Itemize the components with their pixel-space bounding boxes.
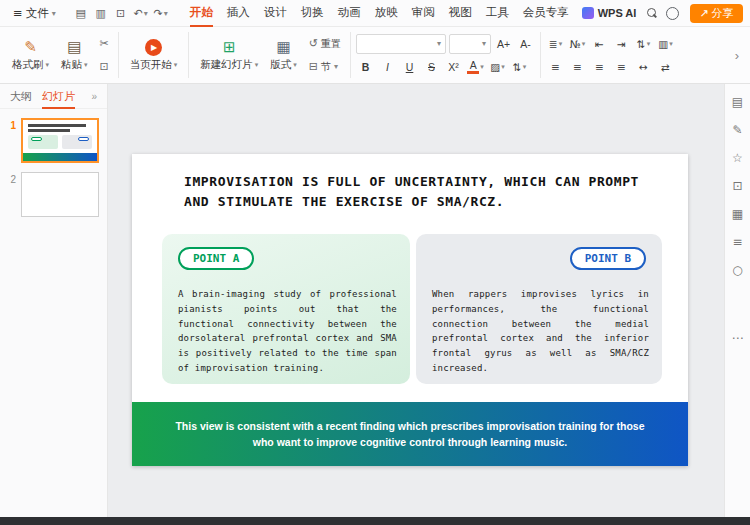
print-icon: ▥ [95, 7, 105, 20]
chevron-down-icon: ▾ [559, 40, 563, 48]
conclusion-banner-text: This view is consistent with a recent fi… [170, 418, 650, 450]
section-icon: ⊟ [309, 60, 318, 73]
section-button[interactable]: ⊟ 节 ▾ [305, 57, 345, 77]
align-justify-button[interactable]: ≡ [612, 57, 631, 76]
tab-insert[interactable]: 插入 [220, 0, 257, 27]
chevron-right-icon: › [735, 48, 739, 63]
toolbar-expand-button[interactable]: › [730, 34, 744, 76]
font-name-select[interactable]: ▾ [356, 34, 446, 54]
layout-button[interactable]: ▦ 版式▾ [264, 36, 303, 74]
italic-label: I [386, 61, 389, 73]
share-button[interactable]: ↗ 分享 [690, 4, 742, 23]
tab-outline[interactable]: 大纲 [10, 84, 32, 109]
redo-button[interactable]: ↷ ▾ [151, 4, 171, 23]
superscript-button[interactable]: X² [444, 58, 463, 77]
point-b-badge[interactable]: POINT B [570, 247, 646, 270]
print-button[interactable]: ▥ [91, 4, 111, 23]
tab-design[interactable]: 设计 [257, 0, 294, 27]
comments-pane-button[interactable]: ≡ [730, 234, 746, 250]
tab-slideshow[interactable]: 放映 [368, 0, 405, 27]
point-a-box[interactable]: POINT A A brain-imaging study of profess… [162, 234, 410, 384]
align-left-button[interactable]: ≡ [546, 57, 565, 76]
tab-animation[interactable]: 动画 [331, 0, 368, 27]
decrease-font-button[interactable]: A- [516, 34, 535, 53]
increase-font-button[interactable]: A+ [494, 34, 513, 53]
slide-editing-area[interactable]: IMPROVISATION IS FULL OF UNCERTAINTY, WH… [132, 154, 688, 466]
search-icon [646, 7, 658, 19]
bold-button[interactable]: B [356, 58, 375, 77]
play-from-current-button[interactable]: ▶ 当页开始▾ [124, 37, 184, 74]
collapse-icon: » [91, 91, 97, 102]
tab-home[interactable]: 开始 [183, 0, 220, 27]
search-button[interactable] [642, 4, 662, 23]
copy-button[interactable]: ⊡ [96, 57, 113, 77]
reset-button[interactable]: ↺ 重置 [305, 34, 345, 54]
slide-2-thumbnail[interactable] [21, 172, 99, 217]
point-b-box[interactable]: POINT B When rappers improvises lyrics i… [416, 234, 662, 384]
font-size-select[interactable]: ▾ [449, 34, 491, 54]
new-slide-icon: ⊞ [223, 38, 236, 56]
object-properties-button[interactable]: ▤ [730, 94, 746, 110]
columns-button[interactable]: ▥ ▾ [656, 34, 675, 53]
text-direction-button[interactable]: ⇄ [656, 57, 675, 76]
save-icon: ▤ [75, 7, 85, 20]
export-button[interactable]: ⊡ [111, 4, 131, 23]
align-center-button[interactable]: ≡ [568, 57, 587, 76]
format-painter-button[interactable]: ✎ 格式刷▾ [6, 36, 55, 74]
chevron-down-icon: ▾ [334, 62, 338, 71]
slide-number: 2 [5, 172, 16, 185]
strikethrough-label: S [428, 61, 435, 73]
conclusion-banner[interactable]: This view is consistent with a recent fi… [132, 402, 688, 466]
slide-title-textbox[interactable]: IMPROVISATION IS FULL OF UNCERTAINTY, WH… [184, 172, 656, 212]
tab-member[interactable]: 会员专享 [516, 0, 576, 27]
design-pane-button[interactable]: ☆ [730, 150, 746, 166]
increase-font-icon: A+ [497, 38, 510, 50]
undo-button[interactable]: ↶ ▾ [131, 4, 151, 23]
slide-2-row: 2 [0, 163, 107, 217]
thumb-banner [23, 153, 97, 161]
tab-slides[interactable]: 幻灯片 [42, 84, 75, 109]
character-spacing-button[interactable]: ⇅ ▾ [510, 58, 529, 77]
italic-button[interactable]: I [378, 58, 397, 77]
paragraph-group: ≣ ▾ № ▾ ⇤ ⇥ ⇅ ▾ ▥ ▾ [546, 34, 675, 76]
new-slide-button[interactable]: ⊞ 新建幻灯片▾ [194, 36, 264, 74]
animation-pane-button[interactable]: ▦ [730, 206, 746, 222]
paste-button[interactable]: ▤ 粘贴▾ [55, 36, 94, 74]
point-a-badge[interactable]: POINT A [178, 247, 254, 270]
paste-label: 粘贴 [61, 58, 82, 72]
align-right-button[interactable]: ≡ [590, 57, 609, 76]
divider [118, 32, 119, 78]
underline-button[interactable]: U [400, 58, 419, 77]
point-b-text[interactable]: When rappers improvises lyrics in perfor… [432, 287, 649, 376]
selection-pane-button[interactable]: ○ [730, 262, 746, 278]
more-panes-button[interactable]: ⋯ [730, 330, 746, 346]
tab-review[interactable]: 审阅 [405, 0, 442, 27]
decrease-indent-button[interactable]: ⇤ [590, 34, 609, 53]
bullets-icon: ≣ [549, 38, 558, 50]
collapse-panel-button[interactable]: » [91, 91, 97, 102]
account-button[interactable] [662, 4, 682, 23]
thumb-point-a-box [28, 135, 58, 149]
tab-transitions[interactable]: 切换 [294, 0, 331, 27]
character-spacing-icon: ⇅ [513, 61, 522, 73]
font-color-button[interactable]: A ▾ [466, 58, 485, 77]
cut-button[interactable]: ✂ [96, 34, 113, 54]
strikethrough-button[interactable]: S [422, 58, 441, 77]
tab-view[interactable]: 视图 [442, 0, 479, 27]
undo-icon: ↶ [134, 7, 143, 20]
wps-ai-button[interactable]: WPS AI [576, 7, 643, 19]
highlight-button[interactable]: ▨ ▾ [488, 58, 507, 77]
distribute-button[interactable]: ↔ [634, 57, 653, 76]
layout-label: 版式 [270, 58, 291, 72]
smart-beautify-button[interactable]: ✎ [730, 122, 746, 138]
transition-pane-button[interactable]: ⊡ [730, 178, 746, 194]
increase-indent-button[interactable]: ⇥ [612, 34, 631, 53]
line-spacing-button[interactable]: ⇅ ▾ [634, 34, 653, 53]
bullets-button[interactable]: ≣ ▾ [546, 34, 565, 53]
save-button[interactable]: ▤ [71, 4, 91, 23]
tab-tools[interactable]: 工具 [479, 0, 516, 27]
file-menu-button[interactable]: ≡ 文件 ▾ [8, 6, 61, 21]
slide-1-thumbnail[interactable] [21, 118, 99, 163]
point-a-text[interactable]: A brain-imaging study of professional pi… [178, 287, 397, 376]
numbering-button[interactable]: № ▾ [568, 34, 587, 53]
